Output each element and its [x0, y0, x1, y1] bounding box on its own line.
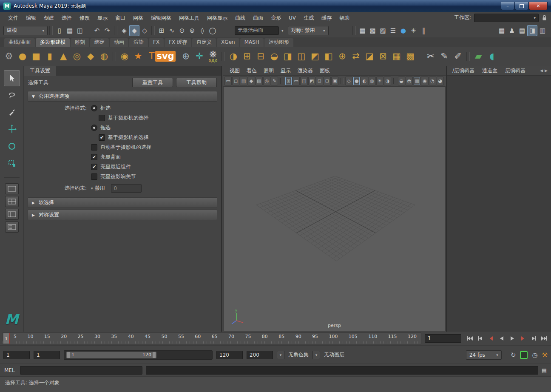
auto-camera-label[interactable]: 自动基于摄影机的选择 [100, 144, 151, 151]
go-to-start-button[interactable] [465, 334, 474, 343]
render-view-icon[interactable]: ▦ [358, 25, 368, 36]
layout-four-pane-button[interactable] [5, 196, 19, 207]
step-forward-key-button[interactable] [518, 334, 528, 343]
step-back-frame-button[interactable] [475, 334, 485, 343]
range-bar[interactable]: 1 120 [66, 352, 156, 358]
paint-transfer-icon[interactable]: ▰ [471, 48, 485, 65]
boolean-icon[interactable]: ◑ [227, 48, 240, 65]
menu-item-8[interactable]: 编辑网格 [147, 12, 175, 23]
common-selection-section-header[interactable]: ▼ 公用选择选项 [28, 91, 217, 102]
camera-based-label-2[interactable]: 基于摄影机的选择 [108, 134, 149, 141]
save-scene-icon[interactable]: ◫ [75, 25, 85, 36]
shelf-tab-10[interactable]: MASH [240, 38, 264, 47]
sculpt-tool-icon[interactable]: ◖ [485, 48, 499, 65]
tool-help-button[interactable]: 工具帮助 [176, 78, 217, 87]
camera-based-checkbox-2[interactable]: ✔ [99, 134, 105, 141]
multi-cut-icon[interactable]: ✂ [424, 48, 437, 65]
grid-icon[interactable]: ⊞ [285, 77, 292, 85]
preferences-wrench-icon[interactable]: ⚒ [542, 351, 548, 359]
symmetry-section-header[interactable]: ▶ 对称设置 [28, 210, 217, 220]
camera-based-label-1[interactable]: 基于摄影机的选择 [108, 114, 149, 122]
combine-icon[interactable]: ⊞ [240, 48, 254, 65]
layout-split-pane-button[interactable] [5, 209, 19, 220]
camera-based-checkbox-1[interactable] [99, 115, 105, 121]
bevel-icon[interactable]: ◩ [308, 48, 322, 65]
poly-cone-icon[interactable]: ▲ [57, 48, 70, 65]
locator-axis-icon[interactable]: ✛ [193, 48, 206, 65]
move-tool-button[interactable] [4, 121, 20, 137]
anim-layer-menu-button[interactable]: ▾ [312, 351, 320, 359]
wedge-icon[interactable]: ◪ [363, 48, 376, 65]
menu-item-3[interactable]: 选择 [58, 12, 76, 23]
sweep-mesh-icon[interactable]: ★ [131, 48, 145, 65]
auto-keyframe-icon[interactable] [520, 351, 528, 359]
layout-outliner-button[interactable] [5, 222, 19, 233]
field-chart-icon[interactable]: ⊡ [316, 77, 323, 85]
right-panel-tab-0[interactable]: /层编辑器 [449, 66, 478, 75]
marquee-label[interactable]: 框选 [100, 105, 111, 112]
workspace-dropdown[interactable]: ▾ [474, 14, 539, 22]
select-camera-icon[interactable]: ▭ [224, 77, 232, 85]
affected-joints-label[interactable]: 亮显被影响关节 [100, 173, 136, 180]
step-forward-frame-button[interactable] [528, 334, 538, 343]
depth-of-field-icon[interactable]: ◉ [421, 77, 428, 85]
current-frame-marker[interactable]: 1 [3, 333, 10, 344]
menu-item-10[interactable]: 网格显示 [203, 12, 231, 23]
playback-end-field[interactable]: 120 [216, 351, 243, 359]
menu-item-15[interactable]: 生成 [300, 12, 318, 23]
lasso-tool-button[interactable] [4, 87, 20, 103]
shadows-icon[interactable]: ◑ [384, 77, 391, 85]
tab-scroll-left-icon[interactable]: ◀ [540, 68, 543, 73]
tool-settings-icon[interactable]: ◨ [527, 25, 537, 36]
pan-zoom-icon[interactable]: ◎ [263, 77, 270, 85]
svg-tool-icon[interactable]: svg [159, 48, 172, 65]
snap-to-point-icon[interactable]: ⊙ [177, 25, 187, 36]
connect-tool-icon[interactable]: ✎ [437, 48, 451, 65]
extrude-icon[interactable]: ◨ [281, 48, 295, 65]
attribute-editor-icon[interactable]: ▤ [517, 25, 527, 36]
live-surface-field[interactable]: 无激活曲面 [235, 26, 279, 35]
grease-pencil-icon[interactable]: ✎ [271, 77, 278, 85]
viewport-canvas[interactable]: y persp [223, 86, 446, 331]
redo-icon[interactable]: ↷ [102, 25, 112, 36]
light-editor-icon[interactable]: ☀ [409, 25, 419, 36]
fps-dropdown[interactable]: 24 fps ▾ [466, 350, 502, 360]
camera-attributes-icon[interactable]: ▤ [240, 77, 247, 85]
safe-title-icon[interactable]: ▣ [331, 77, 338, 85]
menu-item-6[interactable]: 窗口 [111, 12, 129, 23]
resolution-gate-icon[interactable]: ◫ [300, 77, 307, 85]
menu-item-11[interactable]: 曲线 [231, 12, 249, 23]
poly-cylinder-icon[interactable]: ▮ [43, 48, 57, 65]
reset-tool-button[interactable]: 重置工具 [132, 78, 173, 87]
motion-blur-icon[interactable]: ◓ [406, 77, 413, 85]
measure-distance-icon[interactable]: ⊕ [179, 48, 193, 65]
shelf-tab-9[interactable]: XGen [217, 38, 239, 47]
shelf-tab-7[interactable]: FX 缓存 [165, 38, 191, 47]
drag-label[interactable]: 拖选 [100, 124, 111, 131]
shelf-tab-5[interactable]: 渲染 [129, 38, 148, 47]
isolate-select-icon[interactable]: ◔ [429, 77, 436, 85]
open-scene-icon[interactable]: ▤ [65, 25, 75, 36]
anim-layer-value[interactable]: 无动画层 [324, 351, 344, 358]
shelf-tab-4[interactable]: 动画 [110, 38, 128, 47]
mirror-icon[interactable]: ◧ [322, 48, 335, 65]
crease-tool-icon[interactable]: ✐ [451, 48, 465, 65]
auto-camera-checkbox[interactable] [91, 144, 97, 151]
make-live-icon[interactable]: ◯ [207, 25, 218, 36]
snowflake-locator-icon[interactable]: ❋0,0,0 [206, 48, 220, 65]
nearest-component-checkbox[interactable]: ✔ [91, 164, 97, 170]
character-set-menu-button[interactable]: ▾ [277, 351, 284, 359]
scale-tool-button[interactable] [4, 155, 20, 171]
animation-start-field[interactable]: 1 [3, 351, 30, 359]
menu-item-17[interactable]: 帮助 [335, 12, 353, 23]
viewport-menu-3[interactable]: 显示 [277, 65, 294, 76]
layout-single-pane-button[interactable] [5, 183, 19, 194]
menu-item-0[interactable]: 文件 [4, 12, 22, 23]
ambient-occlusion-icon[interactable]: ◒ [398, 77, 405, 85]
platonic-solid-icon[interactable]: ◉ [118, 48, 131, 65]
marquee-radio[interactable] [91, 105, 97, 111]
shelf-tab-6[interactable]: FX [149, 38, 164, 47]
range-track[interactable]: 1 120 [64, 350, 213, 360]
menu-item-1[interactable]: 编辑 [22, 12, 40, 23]
shelf-tab-2[interactable]: 雕刻 [71, 38, 89, 47]
